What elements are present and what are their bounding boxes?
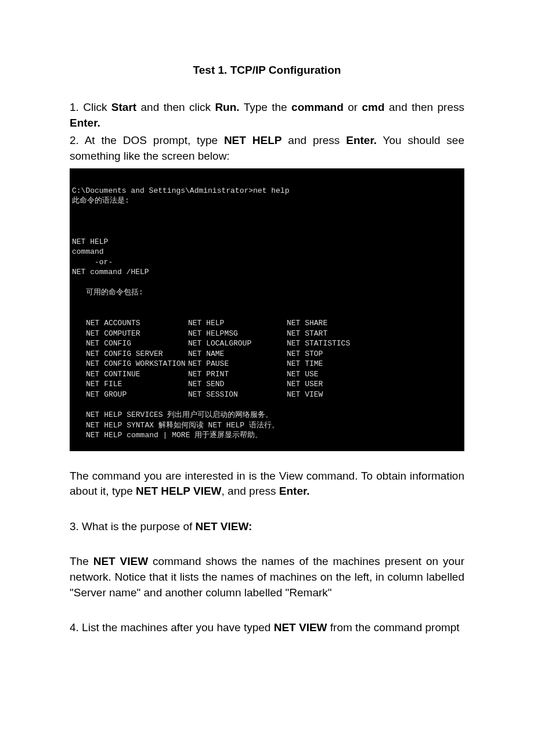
- bold-netview: NET VIEW:: [196, 520, 252, 532]
- term-cmd: NET PAUSE: [188, 359, 287, 369]
- term-command-row: NET ACCOUNTSNET HELPNET SHARE: [72, 318, 460, 329]
- term-command-row: NET CONFIG SERVERNET NAMENET STOP: [72, 349, 460, 359]
- bold-nethelpview: NET HELP VIEW: [136, 485, 221, 497]
- term-cmd: NET COMPUTER: [72, 329, 188, 339]
- term-command-row: NET GROUPNET SESSIONNET VIEW: [72, 390, 460, 400]
- term-cmd: NET SEND: [188, 379, 287, 390]
- text: and then click: [136, 101, 215, 113]
- terminal-screenshot: C:\Documents and Settings\Administrator>…: [70, 168, 464, 451]
- bold-enter: Enter.: [70, 117, 100, 129]
- term-cmd: NET CONTINUE: [72, 369, 188, 380]
- explain-view: The command you are interested in is the…: [70, 469, 464, 499]
- text: or: [344, 101, 362, 113]
- term-cmd: NET CONFIG WORKSTATION: [72, 359, 188, 369]
- term-cmd: NET VIEW: [287, 390, 460, 400]
- term-blank: [72, 308, 460, 318]
- term-cmd: NET CONFIG: [72, 339, 188, 349]
- bold-enter: Enter.: [279, 485, 310, 497]
- text: 2. At the DOS prompt, type: [70, 134, 224, 146]
- term-footer: NET HELP command | MORE 用于逐屏显示帮助。: [72, 430, 460, 441]
- term-command-row: NET FILENET SENDNET USER: [72, 379, 460, 390]
- term-line: 此命令的语法是:: [72, 196, 460, 206]
- term-cmd: NET PRINT: [188, 369, 287, 380]
- bold-start: Start: [111, 101, 136, 113]
- text: 4. List the machines after you have type…: [70, 621, 274, 633]
- document-page: Test 1. TCP/IP Configuration 1. Click St…: [0, 0, 534, 756]
- term-line: command: [72, 247, 460, 257]
- term-cmd: NET CONFIG SERVER: [72, 349, 188, 359]
- term-blank: [72, 217, 460, 227]
- step-2: 2. At the DOS prompt, type NET HELP and …: [70, 133, 464, 164]
- text: 3. What is the purpose of: [70, 520, 196, 532]
- term-footer: NET HELP SYNTAX 解释如何阅读 NET HELP 语法行。: [72, 420, 460, 431]
- bold-netview: NET VIEW: [93, 555, 148, 567]
- bold-enter: Enter.: [346, 134, 377, 146]
- text: and then press: [385, 101, 464, 113]
- term-line: C:\Documents and Settings\Administrator>…: [72, 186, 460, 196]
- bold-nethelp: NET HELP: [224, 134, 282, 146]
- term-cmd: NET START: [287, 329, 460, 339]
- term-command-row: NET CONFIG WORKSTATIONNET PAUSENET TIME: [72, 359, 460, 369]
- term-cmd: NET NAME: [188, 349, 287, 359]
- bold-cmd: cmd: [362, 101, 385, 113]
- term-cmd: NET HELPMSG: [188, 329, 287, 339]
- bold-run: Run.: [215, 101, 239, 113]
- term-cmd: NET USER: [287, 379, 460, 390]
- term-cmd: NET LOCALGROUP: [188, 339, 287, 349]
- term-cmd: NET STOP: [287, 349, 460, 359]
- term-line: NET HELP: [72, 237, 460, 247]
- netview-explain: The NET VIEW command shows the names of …: [70, 554, 464, 600]
- bold-command: command: [291, 101, 344, 113]
- term-command-row: NET COMPUTERNET HELPMSGNET START: [72, 329, 460, 339]
- term-command-table: NET ACCOUNTSNET HELPNET SHARENET COMPUTE…: [72, 318, 460, 399]
- term-cmd: NET STATISTICS: [287, 339, 460, 349]
- step-3: 3. What is the purpose of NET VIEW:: [70, 519, 464, 535]
- term-command-row: NET CONFIGNET LOCALGROUPNET STATISTICS: [72, 339, 460, 349]
- term-cmd: NET SHARE: [287, 318, 460, 329]
- term-cmd: NET TIME: [287, 359, 460, 369]
- text: , and press: [222, 485, 279, 497]
- term-line: 可用的命令包括:: [72, 287, 460, 298]
- text: 1. Click: [70, 101, 111, 113]
- step-4: 4. List the machines after you have type…: [70, 620, 464, 636]
- bold-netview: NET VIEW: [274, 621, 327, 633]
- term-cmd: NET USE: [287, 369, 460, 380]
- term-line: NET command /HELP: [72, 267, 460, 278]
- step-1: 1. Click Start and then click Run. Type …: [70, 100, 464, 131]
- page-title: Test 1. TCP/IP Configuration: [70, 64, 464, 77]
- text: Type the: [240, 101, 291, 113]
- term-cmd: NET FILE: [72, 379, 188, 390]
- text: from the command prompt: [327, 621, 460, 633]
- term-cmd: NET GROUP: [72, 390, 188, 400]
- term-cmd: NET ACCOUNTS: [72, 318, 188, 329]
- term-footer: NET HELP SERVICES 列出用户可以启动的网络服务。: [72, 410, 460, 420]
- term-line: -or-: [72, 257, 460, 268]
- term-command-row: NET CONTINUENET PRINTNET USE: [72, 369, 460, 380]
- term-cmd: NET SESSION: [188, 390, 287, 400]
- term-cmd: NET HELP: [188, 318, 287, 329]
- text: The: [70, 555, 93, 567]
- text: and press: [282, 134, 346, 146]
